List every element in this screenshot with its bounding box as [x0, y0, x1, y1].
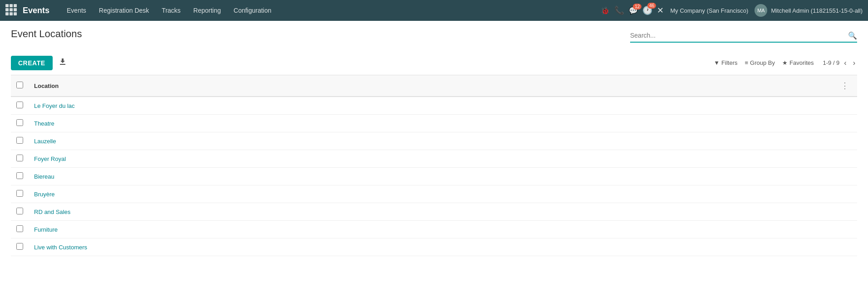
row-location-cell: Furniture — [29, 221, 833, 238]
header-options: ⋮ — [833, 75, 857, 97]
row-checkbox[interactable] — [16, 155, 23, 161]
row-checkbox[interactable] — [16, 208, 23, 214]
row-checkbox[interactable] — [16, 243, 23, 250]
topnav-icons-group: 🐞 📞 💬 12 🕐 46 ✕ — [601, 5, 664, 15]
location-link[interactable]: Le Foyer du lac — [34, 102, 75, 109]
row-checkbox[interactable] — [16, 137, 23, 144]
table-row: Lauzelle — [11, 132, 857, 150]
pagination-prev[interactable]: ‹ — [842, 58, 848, 68]
row-options-cell — [833, 168, 857, 185]
location-link[interactable]: Foyer Royal — [34, 155, 66, 162]
row-options-cell — [833, 115, 857, 132]
table-row: Bruyère — [11, 185, 857, 203]
row-options-cell — [833, 97, 857, 115]
header-checkbox-cell — [11, 75, 29, 97]
search-icon[interactable]: 🔍 — [848, 31, 857, 40]
pagination-next[interactable]: › — [851, 58, 857, 68]
locations-table: Location ⋮ Le Foyer du lac Theatre — [11, 75, 857, 256]
table-row: Le Foyer du lac — [11, 97, 857, 115]
star-icon: ★ — [782, 59, 788, 66]
table-row: RD and Sales — [11, 203, 857, 221]
nav-registration-desk[interactable]: Registration Desk — [93, 0, 156, 21]
location-link[interactable]: Biereau — [34, 173, 54, 180]
table-row: Live with Customers — [11, 238, 857, 256]
row-checkbox[interactable] — [16, 172, 23, 179]
chat-badge: 12 — [633, 4, 641, 10]
app-grid-icon[interactable] — [5, 4, 18, 17]
bug-icon[interactable]: 🐞 — [601, 6, 610, 15]
clock-badge: 46 — [647, 3, 656, 9]
row-checkbox-cell — [11, 168, 29, 185]
row-options-cell — [833, 221, 857, 238]
search-area: 🔍 — [630, 28, 857, 43]
main-content: Event Locations 🔍 CREATE ▼ Filters ≡ — [0, 21, 868, 263]
column-options-button[interactable]: ⋮ — [838, 80, 852, 92]
row-options-cell — [833, 150, 857, 168]
groupby-icon: ≡ — [745, 59, 749, 66]
download-button[interactable] — [54, 55, 71, 70]
row-location-cell: Foyer Royal — [29, 150, 833, 168]
row-checkbox-cell — [11, 132, 29, 150]
table-row: Furniture — [11, 221, 857, 238]
search-input[interactable] — [630, 30, 848, 41]
location-link[interactable]: Lauzelle — [34, 138, 56, 145]
username: Mitchell Admin (11821551-15-0-all) — [771, 7, 863, 14]
table-body: Le Foyer du lac Theatre Lauzelle — [11, 97, 857, 256]
clock-icon[interactable]: 🕐 46 — [642, 5, 652, 15]
chat-icon[interactable]: 💬 12 — [629, 6, 638, 15]
top-menu: Events Registration Desk Tracks Reportin… — [60, 0, 278, 21]
location-link[interactable]: RD and Sales — [34, 209, 70, 215]
nav-reporting[interactable]: Reporting — [187, 0, 227, 21]
row-options-cell — [833, 203, 857, 221]
create-button[interactable]: CREATE — [11, 56, 53, 70]
header-location: Location — [29, 75, 833, 97]
company-name[interactable]: My Company (San Francisco) — [670, 7, 748, 14]
row-checkbox[interactable] — [16, 190, 23, 197]
row-location-cell: RD and Sales — [29, 203, 833, 221]
toolbar-filters: ▼ Filters ≡ Group By ★ Favorites — [714, 59, 814, 66]
row-options-cell — [833, 132, 857, 150]
location-link[interactable]: Furniture — [34, 226, 58, 233]
nav-events[interactable]: Events — [60, 0, 93, 21]
row-checkbox[interactable] — [16, 102, 23, 108]
location-link[interactable]: Bruyère — [34, 191, 55, 198]
row-checkbox-cell — [11, 185, 29, 203]
row-location-cell: Live with Customers — [29, 238, 833, 256]
row-checkbox-cell — [11, 97, 29, 115]
row-checkbox-cell — [11, 221, 29, 238]
nav-tracks[interactable]: Tracks — [155, 0, 187, 21]
user-info[interactable]: MA Mitchell Admin (11821551-15-0-all) — [755, 4, 863, 17]
page-header-left: Event Locations — [11, 28, 82, 46]
row-options-cell — [833, 185, 857, 203]
toolbar: CREATE ▼ Filters ≡ Group By ★ Favorites … — [11, 51, 857, 75]
row-checkbox[interactable] — [16, 119, 23, 126]
filters-label: Filters — [721, 59, 737, 66]
app-brand[interactable]: Events — [23, 6, 49, 15]
row-checkbox-cell — [11, 238, 29, 256]
pagination: 1-9 / 9 ‹ › — [823, 58, 857, 68]
row-checkbox-cell — [11, 115, 29, 132]
select-all-checkbox[interactable] — [16, 82, 23, 88]
avatar: MA — [755, 4, 767, 17]
row-location-cell: Biereau — [29, 168, 833, 185]
top-navigation: Events Events Registration Desk Tracks R… — [0, 0, 868, 21]
filters-button[interactable]: ▼ Filters — [714, 59, 737, 66]
location-link[interactable]: Theatre — [34, 120, 54, 127]
pagination-text: 1-9 / 9 — [823, 59, 839, 66]
row-checkbox-cell — [11, 150, 29, 168]
groupby-button[interactable]: ≡ Group By — [745, 59, 775, 66]
row-checkbox[interactable] — [16, 225, 23, 232]
filter-funnel-icon: ▼ — [714, 59, 720, 66]
location-link[interactable]: Live with Customers — [34, 244, 87, 251]
page-header: Event Locations 🔍 — [11, 28, 857, 46]
row-location-cell: Lauzelle — [29, 132, 833, 150]
row-location-cell: Theatre — [29, 115, 833, 132]
favorites-button[interactable]: ★ Favorites — [782, 59, 814, 66]
nav-configuration[interactable]: Configuration — [227, 0, 278, 21]
close-icon[interactable]: ✕ — [657, 5, 664, 15]
phone-icon[interactable]: 📞 — [614, 5, 624, 15]
table-row: Foyer Royal — [11, 150, 857, 168]
groupby-label: Group By — [750, 59, 775, 66]
favorites-label: Favorites — [789, 59, 814, 66]
row-location-cell: Bruyère — [29, 185, 833, 203]
